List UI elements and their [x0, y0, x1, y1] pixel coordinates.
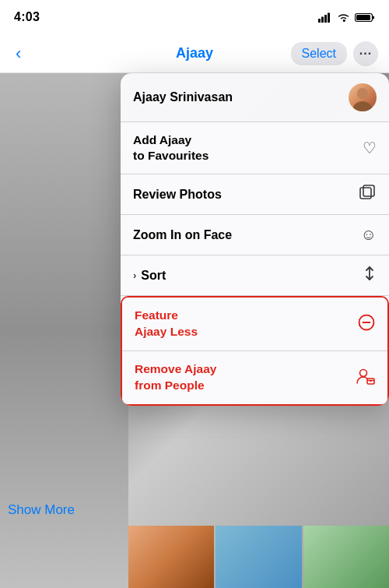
nav-title: Ajaay: [176, 45, 213, 62]
main-content: Ajaay Srinivasan Add Ajaayto Favourites …: [0, 73, 389, 588]
avatar: [349, 83, 377, 111]
svg-rect-10: [363, 185, 374, 196]
battery-icon: [355, 12, 375, 23]
sort-chevron-icon: ›: [133, 269, 136, 281]
favourites-label: Add Ajaayto Favourites: [133, 132, 209, 164]
sort-item: › Sort: [133, 267, 166, 284]
svg-rect-3: [328, 12, 330, 23]
svg-point-8: [353, 101, 372, 111]
svg-rect-6: [373, 16, 374, 19]
menu-item-sort[interactable]: › Sort: [121, 255, 389, 296]
menu-item-feature[interactable]: FeatureAjaay Less: [122, 298, 387, 351]
photo-thumb-1: [128, 526, 214, 588]
contact-name: Ajaay Srinivasan: [133, 89, 233, 106]
show-more-button[interactable]: Show More: [8, 502, 75, 518]
svg-point-7: [357, 88, 368, 99]
feature-label: FeatureAjaay Less: [135, 308, 198, 340]
feature-section: FeatureAjaay Less Remove Ajaayfrom Peopl…: [121, 296, 389, 406]
status-bar: 4:03: [0, 0, 389, 34]
remove-label: Remove Ajaayfrom People: [135, 361, 216, 394]
svg-rect-1: [321, 16, 324, 23]
menu-item-remove[interactable]: Remove Ajaayfrom People: [122, 351, 387, 404]
heart-icon: ♡: [363, 139, 377, 157]
face-icon: ☺: [361, 226, 377, 244]
photo-bottom: [128, 526, 389, 588]
context-menu: Ajaay Srinivasan Add Ajaayto Favourites …: [121, 73, 389, 406]
wifi-icon: [337, 12, 350, 23]
back-button[interactable]: ‹: [11, 40, 26, 67]
status-icons: [318, 12, 375, 23]
screen: 4:03 ‹ Ajaay: [0, 0, 389, 588]
menu-item-favourites[interactable]: Add Ajaayto Favourites ♡: [121, 122, 389, 174]
remove-person-icon: [356, 368, 375, 389]
photos-icon: [359, 185, 377, 204]
more-button[interactable]: ···: [353, 41, 378, 66]
menu-item-review[interactable]: Review Photos: [121, 174, 389, 215]
svg-point-15: [360, 369, 367, 376]
menu-item-header: Ajaay Srinivasan: [121, 73, 389, 122]
svg-rect-0: [318, 19, 321, 23]
select-button[interactable]: Select: [291, 42, 347, 65]
nav-right: Select ···: [291, 41, 378, 66]
nav-bar: ‹ Ajaay Select ···: [0, 34, 389, 73]
svg-rect-2: [324, 15, 327, 23]
circle-minus-icon: [358, 314, 375, 335]
photo-thumb-2: [216, 526, 301, 588]
sort-label: Sort: [141, 267, 166, 284]
sort-icon: [363, 266, 377, 285]
status-time: 4:03: [14, 10, 40, 24]
photo-thumb-3: [303, 526, 389, 588]
zoom-label: Zoom In on Face: [133, 227, 232, 244]
menu-item-zoom[interactable]: Zoom In on Face ☺: [121, 215, 389, 255]
svg-rect-9: [360, 188, 371, 199]
svg-rect-5: [356, 15, 370, 20]
review-label: Review Photos: [133, 186, 222, 203]
signal-icon: [318, 12, 332, 23]
